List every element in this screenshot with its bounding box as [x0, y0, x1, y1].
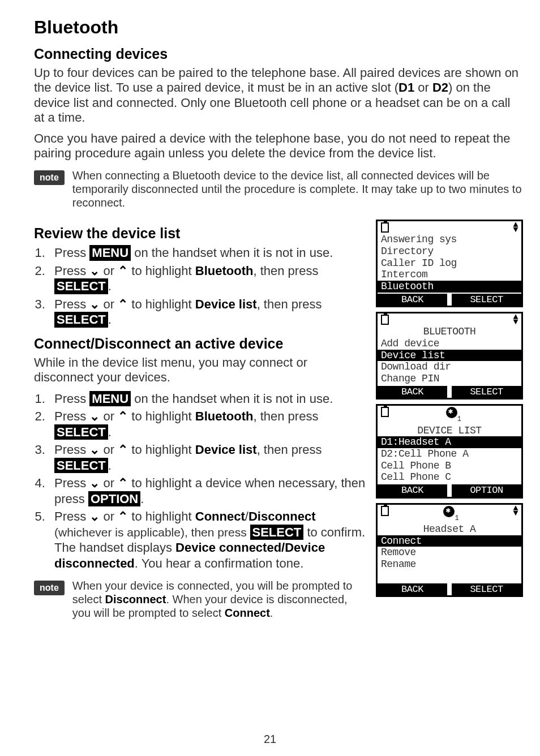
lcd-row [381, 570, 518, 582]
bold: Device list [195, 297, 257, 311]
lcd-title: BLUETOOTH [381, 326, 518, 338]
select-button-label: SELECT [54, 458, 108, 474]
text: , then press [253, 264, 318, 278]
select-button-label: SELECT [54, 278, 108, 294]
paragraph: While in the device list menu, you may c… [34, 355, 366, 385]
note-box: note When your device is connected, you … [34, 579, 366, 620]
lcd-row: Rename [381, 559, 518, 570]
text: . You hear a confirmation tone. [135, 556, 303, 570]
lcd-row-highlighted: Connect [378, 535, 521, 547]
lcd-softkey-option: OPTION [452, 484, 521, 497]
battery-icon [381, 407, 389, 417]
text: to highlight [128, 297, 195, 311]
text: to highlight [128, 509, 195, 523]
up-arrow-icon: ⌃ [118, 409, 128, 424]
lcd-screen-device-list: 1 DEVICE LIST D1:Headset A D2:Cell Phone… [376, 404, 523, 498]
down-arrow-icon: ⌄ [89, 297, 100, 312]
select-button-label: SELECT [250, 525, 304, 540]
text: , then press [257, 297, 322, 311]
lcd-row: Caller ID log [381, 257, 518, 269]
bold: Connect [225, 607, 270, 619]
lcd-screen-main-menu: ▲▼ Answering sys Directory Caller ID log… [376, 220, 523, 307]
lcd-softkey-back: BACK [378, 386, 447, 398]
text: . [108, 425, 112, 439]
lcd-row-highlighted: Bluetooth [378, 281, 521, 293]
lcd-row: Answering sys [381, 234, 518, 246]
lcd-softkey-select: SELECT [452, 583, 521, 596]
text: , then press [257, 443, 322, 457]
bold-d2: D2 [432, 80, 448, 94]
text: Press [54, 443, 89, 457]
lcd-row: D2:Cell Phone A [381, 448, 518, 460]
bold: Disconnect [248, 509, 316, 523]
bold-d1: D1 [398, 80, 414, 94]
text: or [100, 409, 118, 423]
step-3: Press ⌄ or ⌃ to highlight Device list, t… [49, 442, 366, 473]
subheading-connecting: Connecting devices [34, 46, 523, 62]
lcd-title: Headset A [381, 523, 518, 535]
note-badge: note [34, 170, 65, 185]
text: Press [54, 509, 89, 523]
up-arrow-icon: ⌃ [118, 297, 128, 312]
text: Press [54, 246, 89, 260]
lcd-softkey-select: SELECT [452, 386, 521, 398]
step-1: Press MENU on the handset when it is not… [49, 391, 366, 407]
text: . [270, 607, 273, 619]
menu-button-label: MENU [89, 245, 131, 261]
bluetooth-icon [446, 407, 457, 418]
text: on the handset when it is not in use. [131, 392, 333, 406]
lcd-row-highlighted: D1:Headset A [378, 436, 521, 448]
lcd-row: Download dir [381, 361, 518, 373]
note-box: note When connecting a Bluetooth device … [34, 169, 523, 209]
text: (whichever is applicable), then press [54, 526, 250, 539]
connect-steps: Press MENU on the handset when it is not… [34, 391, 366, 572]
note-badge: note [34, 581, 65, 595]
lcd-softkey-back: BACK [378, 294, 447, 306]
text: or [100, 297, 118, 311]
text: or [100, 443, 118, 457]
text: or [100, 264, 118, 278]
lcd-row: Remove [381, 547, 518, 559]
text: Press [54, 297, 89, 311]
battery-icon [381, 222, 389, 233]
lcd-row: Add device [381, 338, 518, 350]
scroll-arrows-icon: ▲▼ [513, 506, 518, 522]
lcd-row: Intercom [381, 269, 518, 281]
up-arrow-icon: ⌃ [118, 442, 128, 458]
select-button-label: SELECT [54, 312, 108, 328]
scroll-arrows-icon: ▲▼ [513, 315, 518, 325]
down-arrow-icon: ⌄ [89, 409, 100, 424]
lcd-softkey-back: BACK [378, 484, 447, 497]
step-2: Press ⌄ or ⌃ to highlight Bluetooth, the… [49, 263, 366, 294]
lcd-screen-bluetooth: ▲▼ BLUETOOTH Add device Device list Down… [376, 312, 523, 400]
subheading-review: Review the device list [34, 225, 366, 242]
text: or [100, 509, 118, 523]
bt-index: 1 [457, 415, 461, 423]
lcd-softkey-back: BACK [378, 583, 447, 596]
bold: Disconnect [105, 593, 166, 605]
page-number: 21 [0, 733, 540, 746]
select-button-label: SELECT [54, 424, 108, 440]
down-arrow-icon: ⌄ [89, 442, 100, 458]
text: . [140, 492, 144, 506]
text: Press [54, 264, 89, 278]
text: or [100, 476, 118, 490]
text: to highlight [128, 443, 195, 457]
text: to highlight [128, 409, 195, 423]
text: Press [54, 409, 89, 423]
step-1: Press MENU on the handset when it is not… [49, 245, 366, 261]
text: . [108, 458, 112, 472]
lcd-row: Change PIN [381, 373, 518, 385]
lcd-row: Cell Phone C [381, 471, 518, 483]
bold: Bluetooth [195, 264, 254, 278]
lcd-row-highlighted: Device list [378, 350, 521, 362]
up-arrow-icon: ⌃ [118, 263, 128, 279]
down-arrow-icon: ⌄ [89, 475, 100, 491]
bt-index: 1 [455, 514, 458, 522]
text: . [108, 279, 112, 293]
lcd-row: Directory [381, 246, 518, 257]
option-button-label: OPTION [88, 491, 140, 507]
text: Press [54, 476, 89, 490]
step-5: Press ⌄ or ⌃ to highlight Connect/Discon… [49, 509, 366, 571]
bluetooth-icon [443, 506, 455, 517]
